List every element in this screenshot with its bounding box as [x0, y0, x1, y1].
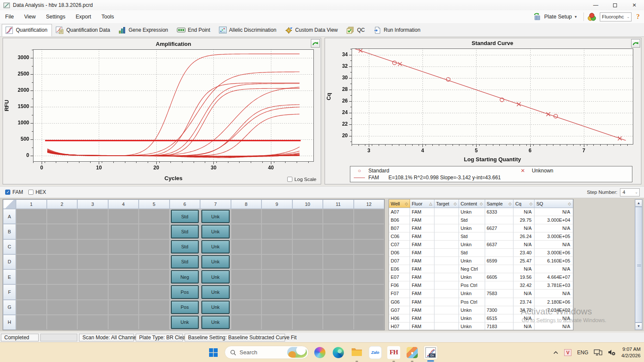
empty-well-F2[interactable]	[47, 284, 78, 299]
empty-well-G4[interactable]	[108, 300, 139, 315]
empty-well-E4[interactable]	[108, 269, 139, 284]
plate-row-header-F[interactable]: F	[3, 284, 16, 299]
empty-well-B4[interactable]	[108, 224, 139, 239]
empty-well-G1[interactable]	[16, 300, 47, 315]
empty-well-E3[interactable]	[77, 269, 108, 284]
empty-well-H2[interactable]	[47, 315, 78, 330]
empty-well-D12[interactable]	[354, 254, 385, 269]
filter-diamond-icon[interactable]: ◇	[480, 202, 483, 206]
empty-well-H11[interactable]	[323, 315, 354, 330]
empty-well-B8[interactable]	[231, 224, 262, 239]
table-row-D07[interactable]: D07FAMUnkn659925.476.160E+05	[389, 257, 573, 265]
amplification-chart-canvas[interactable]	[3, 38, 321, 184]
well-D07[interactable]: Unk	[201, 255, 230, 268]
empty-well-H10[interactable]	[292, 315, 323, 330]
empty-well-C5[interactable]	[139, 239, 170, 254]
empty-well-A9[interactable]	[261, 209, 292, 224]
empty-well-C10[interactable]	[292, 239, 323, 254]
v-app-tray-icon[interactable]: V	[564, 349, 571, 356]
well-D06[interactable]: Std	[171, 255, 199, 268]
plate-row-header-E[interactable]: E	[3, 269, 16, 284]
plate-column-header-11[interactable]: 11	[323, 199, 354, 209]
plate-column-header-8[interactable]: 8	[231, 199, 262, 209]
weather-widget-icon[interactable]	[287, 347, 307, 358]
tab-qc[interactable]: QC	[343, 24, 370, 36]
fam-filter[interactable]: FAM	[5, 189, 23, 195]
empty-well-A11[interactable]	[323, 209, 354, 224]
plate-row-header-G[interactable]: G	[3, 300, 16, 315]
empty-well-G8[interactable]	[231, 300, 262, 315]
menu-tools[interactable]: Tools	[96, 12, 119, 21]
refresh-chart-button[interactable]	[311, 39, 320, 48]
column-header-well[interactable]: Well◇	[389, 199, 410, 208]
empty-well-E1[interactable]	[16, 269, 47, 284]
tab-run-information[interactable]: Run Information	[370, 24, 425, 36]
column-header-cq[interactable]: Cq◇	[513, 199, 535, 208]
empty-well-D2[interactable]	[47, 254, 78, 269]
help-button[interactable]: ?	[635, 13, 641, 21]
empty-well-B12[interactable]	[354, 224, 385, 239]
vertical-scrollbar[interactable]: ▲ ▼	[635, 199, 643, 330]
empty-well-A8[interactable]	[231, 209, 262, 224]
empty-well-A10[interactable]	[292, 209, 323, 224]
plate-column-header-10[interactable]: 10	[292, 199, 323, 209]
empty-well-C2[interactable]	[47, 239, 78, 254]
empty-well-B10[interactable]	[292, 224, 323, 239]
empty-well-F8[interactable]	[231, 284, 262, 299]
empty-well-G2[interactable]	[47, 300, 78, 315]
table-row-H07[interactable]: H07FAMUnkn7183N/AN/A	[389, 323, 573, 330]
empty-well-B1[interactable]	[16, 224, 47, 239]
plate-column-header-7[interactable]: 7	[200, 199, 231, 209]
filter-diamond-icon[interactable]: ◇	[454, 202, 457, 206]
minimize-button[interactable]: —	[586, 0, 605, 10]
empty-well-C8[interactable]	[231, 239, 262, 254]
well-F07[interactable]: Unk	[201, 285, 230, 299]
plate-column-header-1[interactable]: 1	[16, 199, 47, 209]
taskbar-fh-app[interactable]: FH	[386, 345, 401, 360]
empty-well-H3[interactable]	[77, 315, 108, 330]
well-E06[interactable]: Neg	[171, 270, 199, 284]
plate-setup-button[interactable]: Plate Setup ▼	[530, 12, 580, 22]
log-scale-option[interactable]: Log Scale	[287, 177, 316, 182]
empty-well-H12[interactable]	[354, 315, 385, 330]
empty-well-D11[interactable]	[323, 254, 354, 269]
empty-well-B3[interactable]	[77, 224, 108, 239]
well-A07[interactable]: Unk	[201, 210, 230, 223]
tray-chevron-up-icon[interactable]	[553, 350, 559, 355]
empty-well-E9[interactable]	[261, 269, 292, 284]
empty-well-E8[interactable]	[231, 269, 262, 284]
menu-export[interactable]: Export	[70, 12, 96, 21]
plate-column-header-9[interactable]: 9	[261, 199, 292, 209]
table-row-B06[interactable]: B06FAMStd29.753.000E+04	[389, 216, 573, 224]
empty-well-D4[interactable]	[108, 254, 139, 269]
menu-view[interactable]: View	[19, 12, 41, 21]
hex-checkbox[interactable]	[28, 190, 33, 195]
empty-well-F11[interactable]	[323, 284, 354, 299]
empty-well-D1[interactable]	[16, 254, 47, 269]
standard-curve-chart-canvas[interactable]	[325, 38, 641, 165]
plate-column-header-3[interactable]: 3	[77, 199, 108, 209]
column-header-content[interactable]: Content◇	[459, 199, 485, 208]
empty-well-C3[interactable]	[77, 239, 108, 254]
scroll-down-button[interactable]: ▼	[635, 323, 642, 330]
taskbar-zalo[interactable]: Zalo	[368, 345, 383, 360]
empty-well-C12[interactable]	[354, 239, 385, 254]
filter-diamond-icon[interactable]: ◇	[508, 202, 511, 206]
taskbar-edge[interactable]	[331, 345, 346, 360]
empty-well-C11[interactable]	[323, 239, 354, 254]
empty-well-H4[interactable]	[108, 315, 139, 330]
well-F06[interactable]: Pos	[171, 285, 199, 299]
taskbar-copilot[interactable]	[313, 345, 327, 360]
table-row-C06[interactable]: C06FAMStd26.243.000E+05	[389, 232, 573, 241]
menu-settings[interactable]: Settings	[41, 12, 70, 21]
empty-well-B2[interactable]	[47, 224, 78, 239]
empty-well-D9[interactable]	[261, 254, 292, 269]
cast-display-icon[interactable]	[594, 349, 602, 356]
filter-diamond-icon[interactable]: ◇	[568, 202, 571, 206]
column-header-fluor[interactable]: Fluor△	[410, 199, 434, 208]
tab-custom-data-view[interactable]: Custom Data View	[281, 24, 343, 36]
table-row-D06[interactable]: D06FAMStd23.403.000E+06	[389, 249, 573, 257]
empty-well-F3[interactable]	[77, 284, 108, 299]
close-button[interactable]: ✕	[625, 0, 644, 10]
empty-well-E2[interactable]	[47, 269, 78, 284]
